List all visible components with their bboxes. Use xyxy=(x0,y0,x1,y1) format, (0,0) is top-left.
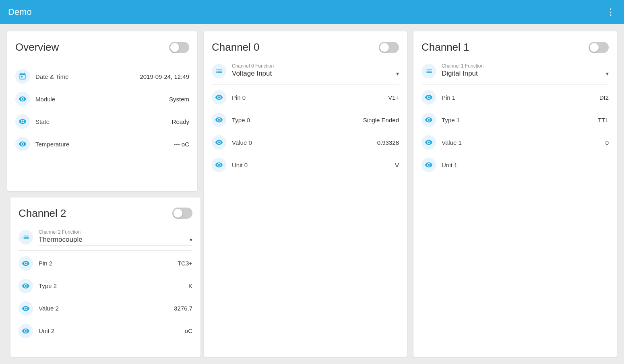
overview-row-state: State Ready xyxy=(15,110,189,133)
temperature-eye-icon[interactable] xyxy=(15,137,30,151)
channel1-function-label: Channel 1 Function xyxy=(442,63,609,69)
channel1-toggle-container[interactable] xyxy=(589,42,609,53)
overview-row-date-time: Date & Time 2019-09-24, 12:49 xyxy=(15,65,189,88)
value2-eye-icon[interactable] xyxy=(19,301,33,316)
channel0-toggle-container[interactable] xyxy=(379,42,399,53)
unit2-label: Unit 2 xyxy=(39,327,185,334)
channel0-row-unit: Unit 0 V xyxy=(212,154,399,176)
channel1-title: Channel 1 xyxy=(422,41,469,53)
calendar-icon xyxy=(15,69,30,84)
type2-value: K xyxy=(188,282,192,289)
channel1-toggle[interactable] xyxy=(589,42,609,53)
value1-eye-icon[interactable] xyxy=(422,135,436,150)
overview-toggle-container[interactable] xyxy=(169,42,189,53)
unit2-eye-icon[interactable] xyxy=(19,324,33,338)
unit1-label: Unit 1 xyxy=(442,162,609,169)
value0-label: Value 0 xyxy=(232,139,377,146)
menu-icon[interactable]: ⋮ xyxy=(606,7,616,17)
channel0-dropdown-arrow[interactable]: ▾ xyxy=(396,70,399,77)
channel0-row-type: Type 0 Single Ended xyxy=(212,109,399,131)
channel2-card: Channel 2 Channel 2 Function xyxy=(10,197,200,357)
channel0-toggle[interactable] xyxy=(379,42,399,53)
temperature-label: Temperature xyxy=(35,141,174,148)
channel0-title: Channel 0 xyxy=(212,41,260,53)
overview-toggle-thumb xyxy=(170,43,179,52)
channel0-toggle-thumb xyxy=(380,43,389,52)
type2-eye-icon[interactable] xyxy=(19,279,33,293)
overview-divider xyxy=(15,61,189,61)
module-eye-icon[interactable] xyxy=(15,92,30,106)
channel0-row-pin: Pin 0 V1+ xyxy=(212,86,399,109)
overview-toggle[interactable] xyxy=(169,42,189,53)
type0-eye-icon[interactable] xyxy=(212,113,226,127)
channel1-header: Channel 1 xyxy=(422,41,609,53)
channel1-row-value: Value 1 0 xyxy=(422,131,609,154)
state-label: State xyxy=(35,118,172,125)
channel0-function-row: Channel 0 Function Voltage Input ▾ xyxy=(212,61,399,84)
unit0-value: V xyxy=(395,162,399,169)
module-value: System xyxy=(169,96,189,103)
pin1-eye-icon[interactable] xyxy=(422,90,436,105)
value2-label: Value 2 xyxy=(39,305,174,312)
channel0-row-value: Value 0 0.93328 xyxy=(212,131,399,154)
type1-eye-icon[interactable] xyxy=(422,113,436,127)
channel1-function-value: Digital Input xyxy=(442,70,478,78)
pin2-label: Pin 2 xyxy=(39,260,178,267)
channel1-row-unit: Unit 1 xyxy=(422,154,609,176)
temperature-value: --- oC xyxy=(174,141,189,148)
unit0-eye-icon[interactable] xyxy=(212,158,226,172)
pin0-eye-icon[interactable] xyxy=(212,90,226,105)
channel0-function-value: Voltage Input xyxy=(232,70,272,78)
channel0-header: Channel 0 xyxy=(212,41,399,53)
state-eye-icon[interactable] xyxy=(15,114,30,129)
type0-value: Single Ended xyxy=(363,117,399,123)
topbar: Demo ⋮ xyxy=(0,0,624,24)
channel0-function-content: Channel 0 Function Voltage Input ▾ xyxy=(232,63,399,79)
unit1-eye-icon[interactable] xyxy=(422,158,436,172)
channel2-function-content: Channel 2 Function Thermocouple ▾ xyxy=(39,229,192,245)
channel1-function-select[interactable]: Digital Input ▾ xyxy=(442,70,609,79)
pin1-label: Pin 1 xyxy=(442,94,599,101)
value0-eye-icon[interactable] xyxy=(212,135,226,150)
value0-value: 0.93328 xyxy=(377,139,399,146)
channel2-list-icon xyxy=(19,230,33,245)
pin0-value: V1+ xyxy=(388,94,399,101)
channel1-card: Channel 1 Channel 1 Function Digital Inp… xyxy=(413,31,617,357)
unit2-value: oC xyxy=(185,327,192,334)
channel2-toggle-container[interactable] xyxy=(172,208,192,219)
channel2-toggle[interactable] xyxy=(172,208,192,219)
type1-value: TTL xyxy=(598,117,609,123)
channel2-row-unit: Unit 2 oC xyxy=(19,320,192,342)
channel2-function-row: Channel 2 Function Thermocouple ▾ xyxy=(19,227,192,251)
channel2-title: Channel 2 xyxy=(19,207,66,220)
left-column: Overview Date & Time 2019-09-24, 12: xyxy=(7,31,200,357)
channel1-list-icon xyxy=(422,64,436,78)
channel2-header: Channel 2 xyxy=(19,207,192,220)
app-title: Demo xyxy=(8,7,32,17)
pin2-value: TC3+ xyxy=(178,260,192,267)
overview-header: Overview xyxy=(15,41,189,53)
date-time-value: 2019-09-24, 12:49 xyxy=(140,73,189,80)
channel1-function-row: Channel 1 Function Digital Input ▾ xyxy=(422,61,609,84)
type2-label: Type 2 xyxy=(39,282,188,289)
channel1-dropdown-arrow[interactable]: ▾ xyxy=(606,70,609,77)
module-label: Module xyxy=(35,96,169,103)
overview-row-module: Module System xyxy=(15,88,189,110)
value1-value: 0 xyxy=(605,139,609,146)
channel2-toggle-thumb xyxy=(174,209,182,218)
type0-label: Type 0 xyxy=(232,117,363,123)
channel1-function-content: Channel 1 Function Digital Input ▾ xyxy=(442,63,609,79)
date-time-label: Date & Time xyxy=(35,73,140,80)
overview-card: Overview Date & Time 2019-09-24, 12: xyxy=(7,31,197,191)
unit0-label: Unit 0 xyxy=(232,162,395,169)
channel2-dropdown-arrow[interactable]: ▾ xyxy=(190,236,192,243)
channel2-row-pin: Pin 2 TC3+ xyxy=(19,252,192,275)
state-value: Ready xyxy=(172,118,189,125)
value1-label: Value 1 xyxy=(442,139,605,146)
channel2-function-select[interactable]: Thermocouple ▾ xyxy=(39,236,192,245)
overview-title: Overview xyxy=(15,41,59,53)
pin2-eye-icon[interactable] xyxy=(19,256,33,271)
channel0-function-select[interactable]: Voltage Input ▾ xyxy=(232,70,399,79)
channel1-row-type: Type 1 TTL xyxy=(422,109,609,131)
channel1-row-pin: Pin 1 DI2 xyxy=(422,86,609,109)
